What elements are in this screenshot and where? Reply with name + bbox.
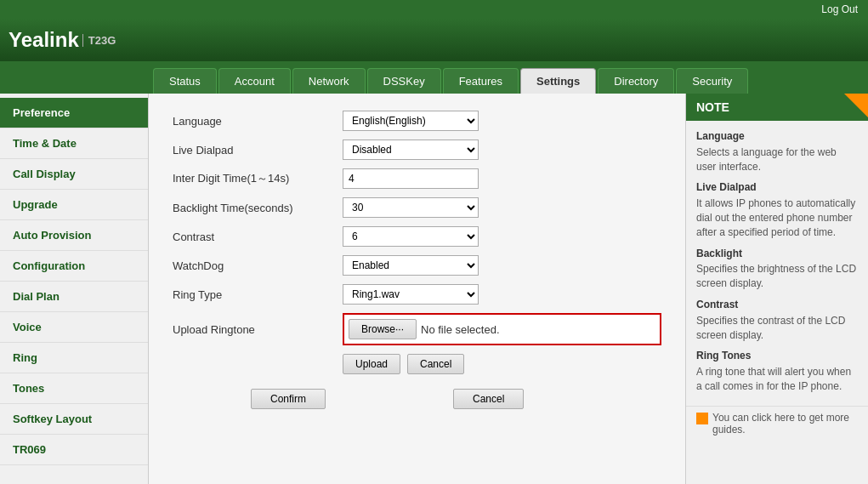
note-section-title-ring-tones: Ring Tones <box>696 349 858 363</box>
field-select-ring-type[interactable]: Ring1.wavRing2.wavRing3.wav <box>343 284 479 305</box>
note-section-title-live-dialpad: Live Dialpad <box>696 180 858 195</box>
field-label-backlight-time(seconds): Backlight Time(seconds) <box>166 193 336 222</box>
nav-tab-status[interactable]: Status <box>153 68 217 94</box>
note-content: LanguageSelects a language for the web u… <box>686 121 868 406</box>
field-label-live-dialpad: Live Dialpad <box>166 135 336 164</box>
upload-button[interactable]: Upload <box>343 354 400 374</box>
note-section-title-backlight: Backlight <box>696 247 858 261</box>
field-select-language[interactable]: English(English) <box>343 111 479 131</box>
nav-tabs: StatusAccountNetworkDSSKeyFeaturesSettin… <box>0 61 868 94</box>
note-footer-text: You can click here to get more guides. <box>712 412 858 436</box>
settings-form: LanguageEnglish(English)Live DialpadDisa… <box>166 106 668 309</box>
main-layout: PreferenceTime & DateCall DisplayUpgrade… <box>0 94 868 484</box>
note-title: NOTE <box>696 100 729 114</box>
sidebar-item-upgrade[interactable]: Upgrade <box>0 190 148 220</box>
sidebar-item-call-display[interactable]: Call Display <box>0 159 148 190</box>
sidebar-item-time-date[interactable]: Time & Date <box>0 128 148 159</box>
upload-ringtone-label: Upload Ringtone <box>173 323 255 336</box>
sidebar-item-softkey-layout[interactable]: Softkey Layout <box>0 404 148 435</box>
sidebar-item-configuration[interactable]: Configuration <box>0 251 148 282</box>
nav-tab-account[interactable]: Account <box>218 68 291 94</box>
field-select-contrast[interactable]: 12345678910 <box>343 226 479 247</box>
sidebar-item-tones[interactable]: Tones <box>0 373 148 404</box>
upload-ringtone-row: Browse··· No file selected. <box>343 313 661 345</box>
header: Yealink T23G <box>0 19 868 61</box>
sidebar-item-dial-plan[interactable]: Dial Plan <box>0 282 148 312</box>
note-icon <box>696 413 708 424</box>
field-select-watchdog[interactable]: EnabledDisabled <box>343 255 479 276</box>
logout-link[interactable]: Log Out <box>821 3 858 15</box>
field-label-inter-digit-time(1～14s): Inter Digit Time(1～14s) <box>166 164 336 193</box>
note-section-title-language: Language <box>696 129 858 144</box>
field-select-backlight-time(seconds)[interactable]: 3060120 <box>343 197 479 218</box>
nav-tab-dsskey[interactable]: DSSKey <box>367 68 441 94</box>
sidebar: PreferenceTime & DateCall DisplayUpgrade… <box>0 94 149 484</box>
confirm-button[interactable]: Confirm <box>251 389 326 409</box>
note-panel: NOTE LanguageSelects a language for the … <box>685 94 868 484</box>
nav-tab-security[interactable]: Security <box>676 68 748 94</box>
browse-button[interactable]: Browse··· <box>349 319 417 339</box>
upload-section: Upload Ringtone Browse··· No file select… <box>166 309 668 379</box>
field-label-watchdog: WatchDog <box>166 251 336 280</box>
top-bar: Log Out <box>0 0 868 19</box>
sidebar-item-tr069[interactable]: TR069 <box>0 435 148 465</box>
sidebar-item-voice[interactable]: Voice <box>0 312 148 343</box>
field-label-contrast: Contrast <box>166 222 336 251</box>
note-header: NOTE <box>686 94 868 121</box>
field-label-ring-type: Ring Type <box>166 280 336 309</box>
sidebar-item-preference[interactable]: Preference <box>0 98 148 128</box>
nav-tab-network[interactable]: Network <box>292 68 366 94</box>
note-section-title-contrast: Contrast <box>696 298 858 312</box>
logo-model: T23G <box>82 34 116 47</box>
content-area: LanguageEnglish(English)Live DialpadDisa… <box>149 94 685 484</box>
note-footer: You can click here to get more guides. <box>686 406 868 441</box>
field-select-live-dialpad[interactable]: DisabledEnabled <box>343 140 479 160</box>
note-section-text-live-dialpad: It allows IP phones to automatically dia… <box>696 196 858 239</box>
note-section-text-backlight: Specifies the brightness of the LCD scre… <box>696 262 858 291</box>
form-actions: Confirm Cancel <box>166 389 668 409</box>
no-file-text: No file selected. <box>421 323 500 336</box>
nav-tab-directory[interactable]: Directory <box>598 68 674 94</box>
field-input-inter-digit-time(1～14s)[interactable] <box>343 168 479 189</box>
sidebar-item-auto-provision[interactable]: Auto Provision <box>0 220 148 251</box>
note-section-text-contrast: Specifies the contrast of the LCD screen… <box>696 314 858 343</box>
nav-tab-features[interactable]: Features <box>443 68 519 94</box>
cancel-upload-button[interactable]: Cancel <box>407 354 464 374</box>
field-label-language: Language <box>166 106 336 135</box>
sidebar-item-ring[interactable]: Ring <box>0 343 148 373</box>
logo: Yealink T23G <box>9 28 116 52</box>
note-section-text-ring-tones: A ring tone that will alert you when a c… <box>696 365 858 394</box>
nav-tab-settings[interactable]: Settings <box>520 68 596 94</box>
logo-brand: Yealink <box>9 28 79 52</box>
cancel-form-button[interactable]: Cancel <box>453 389 524 409</box>
note-section-text-language: Selects a language for the web user inte… <box>696 145 858 174</box>
